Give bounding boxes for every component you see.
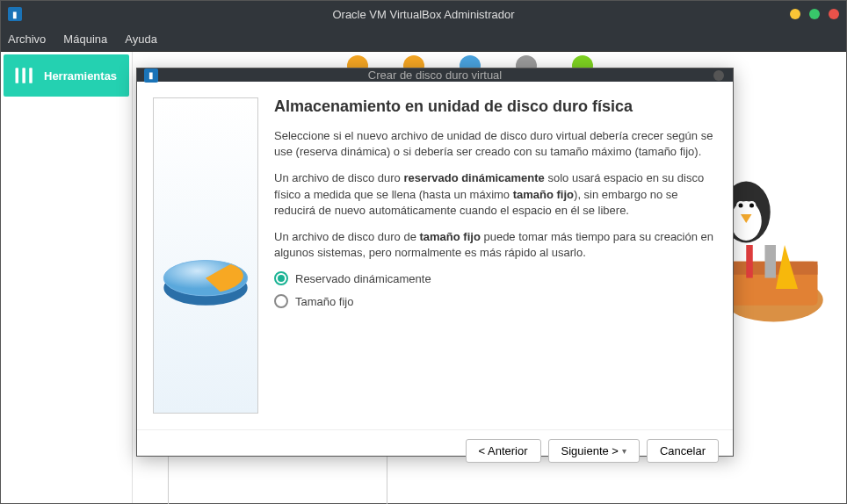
svg-point-13 <box>739 204 743 208</box>
virtualbox-icon: ▮ <box>8 7 22 21</box>
minimize-icon[interactable] <box>790 9 800 19</box>
wizard-disk-illustration <box>153 97 258 414</box>
radio-icon <box>274 294 288 308</box>
radio-label: Reservado dinámicamente <box>295 272 431 285</box>
dialog-paragraph-3: Un archivo de disco duro de tamaño fijo … <box>274 229 717 261</box>
cancel-button[interactable]: Cancelar <box>647 439 719 463</box>
radio-icon <box>274 271 288 285</box>
menubar: Archivo Máquina Ayuda <box>1 27 846 52</box>
dialog-heading: Almacenamiento en unidad de disco duro f… <box>274 97 717 116</box>
main-titlebar: ▮ Oracle VM VirtualBox Administrador <box>1 1 846 27</box>
sidebar-item-label: Herramientas <box>44 69 117 83</box>
menu-maquina[interactable]: Máquina <box>63 32 107 46</box>
svg-rect-7 <box>746 245 753 278</box>
dialog-titlebar: ▮ Crear de disco duro virtual <box>137 68 733 82</box>
radio-dynamic[interactable]: Reservado dinámicamente <box>274 271 717 285</box>
dialog-paragraph-1: Seleccione si el nuevo archivo de unidad… <box>274 128 717 160</box>
window-title: Oracle VM VirtualBox Administrador <box>332 8 514 21</box>
create-virtual-disk-dialog: ▮ Crear de disco duro virtual Almacenami… <box>136 68 734 457</box>
svg-rect-6 <box>765 245 777 278</box>
dialog-title: Crear de disco duro virtual <box>368 68 502 82</box>
svg-point-14 <box>749 204 754 208</box>
prev-button[interactable]: < Anterior <box>466 439 541 463</box>
menu-ayuda[interactable]: Ayuda <box>125 32 157 46</box>
svg-rect-2 <box>29 68 33 83</box>
maximize-icon[interactable] <box>809 9 820 19</box>
dialog-paragraph-2: Un archivo de disco duro reservado dinám… <box>274 170 717 219</box>
svg-rect-0 <box>16 68 19 83</box>
next-button[interactable]: Siguiente >▾ <box>548 439 640 463</box>
radio-fixed[interactable]: Tamaño fijo <box>274 294 717 308</box>
sidebar: Herramientas <box>1 52 133 503</box>
svg-rect-1 <box>22 68 25 83</box>
radio-label: Tamaño fijo <box>295 295 353 308</box>
tools-icon <box>12 63 37 88</box>
virtualbox-icon: ▮ <box>144 68 158 83</box>
close-icon[interactable] <box>829 9 839 19</box>
menu-archivo[interactable]: Archivo <box>8 32 46 46</box>
sidebar-item-herramientas[interactable]: Herramientas <box>4 54 129 97</box>
chevron-down-icon: ▾ <box>622 446 626 456</box>
dialog-inactive-close-icon <box>713 70 724 81</box>
